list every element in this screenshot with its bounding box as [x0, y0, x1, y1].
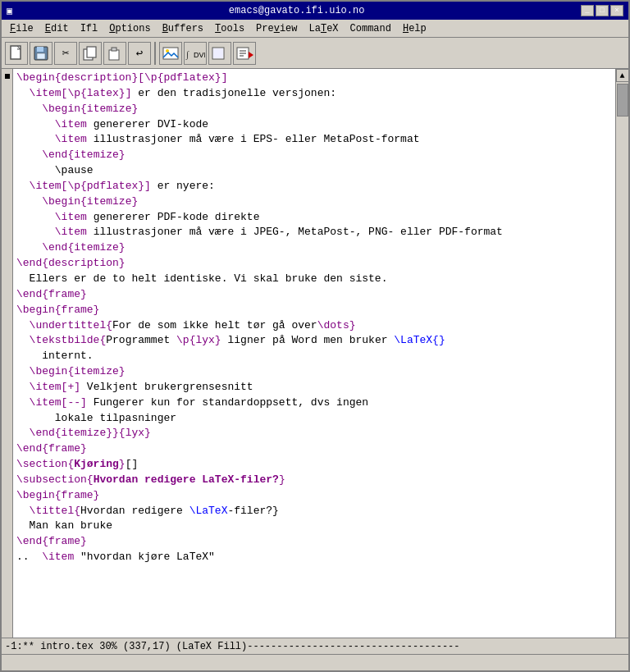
line-21: \begin{frame}: [16, 303, 612, 318]
mini-buffer: [2, 654, 628, 670]
svg-rect-6: [109, 50, 119, 60]
svg-text:∫: ∫: [185, 49, 189, 60]
line-41: Man kan bruke: [16, 519, 612, 534]
image-button[interactable]: [159, 42, 182, 65]
minimize-button[interactable]: _: [581, 5, 594, 16]
line-8: \pause: [16, 163, 612, 179]
title-bar-buttons: _ □ ×: [581, 5, 623, 16]
menu-preview[interactable]: Preview: [251, 21, 302, 35]
menu-tools[interactable]: Tools: [210, 21, 249, 35]
menu-command[interactable]: Command: [345, 21, 396, 35]
line-15: \end{description}: [16, 256, 612, 272]
svg-rect-7: [112, 48, 116, 51]
save-button[interactable]: [30, 42, 52, 65]
line-2: \item[\p{latex}] er den tradisjonelle ve…: [16, 86, 612, 102]
line-45: .. \item "hvordan kjøre LaTeX": [16, 550, 612, 565]
line-24: \tekstbilde{Programmet \p{lyx} ligner på…: [16, 333, 612, 349]
svg-marker-18: [249, 52, 253, 58]
latex-dvi-button[interactable]: ∫DVI: [184, 42, 207, 65]
line-36: \subsection{Hvordan redigere LaTeX-filer…: [16, 473, 612, 488]
title-bar-left: ▣: [7, 5, 12, 17]
svg-rect-13: [213, 48, 223, 58]
line-3: \begin{itemize}: [16, 102, 612, 117]
line-14: \end{itemize}: [16, 240, 612, 256]
scroll-up-button[interactable]: ▲: [616, 69, 629, 82]
editor-content[interactable]: \begin{description}[\p{pdflatex}] \item[…: [13, 69, 615, 638]
line-26: \begin{itemize}: [16, 364, 612, 380]
line-34: \section{Kjøring}[]: [16, 457, 612, 473]
svg-rect-8: [163, 48, 178, 59]
svg-rect-3: [37, 53, 45, 59]
line-13: \item illustrasjoner må være i JPEG-, Me…: [16, 225, 612, 240]
preview-button[interactable]: [208, 42, 231, 65]
svg-rect-2: [37, 47, 43, 52]
status-bar: -1:** intro.tex 30% (337,17) (LaTeX Fill…: [2, 638, 628, 654]
line-29: lokale tilpasninger: [16, 411, 612, 427]
line-5: \item illustrasjoner må være i EPS- elle…: [16, 132, 612, 148]
toolbar: ✂ ↩ ∫DVI: [2, 38, 628, 69]
menu-buffers[interactable]: Buffers: [158, 21, 208, 35]
line-10: \item[\p{pdflatex}] er nyere:: [16, 179, 612, 194]
line-38: \begin{frame}: [16, 488, 612, 504]
copy-button[interactable]: [79, 42, 102, 65]
menu-latex[interactable]: LaTeX: [304, 21, 344, 35]
line-28: \item[--] Fungerer kun for standardoppse…: [16, 395, 612, 411]
cut-button[interactable]: ✂: [54, 42, 77, 65]
toolbar-sep-1: [154, 42, 156, 65]
scroll-thumb[interactable]: [617, 84, 628, 117]
close-button[interactable]: ×: [610, 5, 623, 16]
title-bar: ▣ emacs@gavato.ifi.uio.no _ □ ×: [2, 2, 628, 20]
maximize-button[interactable]: □: [596, 5, 609, 16]
editor-area: \begin{description}[\p{pdflatex}] \item[…: [2, 69, 628, 638]
paste-button[interactable]: [103, 42, 126, 65]
line-12: \item genererer PDF-kode direkte: [16, 210, 612, 226]
menu-ifl[interactable]: Ifl: [75, 21, 103, 35]
compile-button[interactable]: [233, 42, 256, 65]
line-27: \item[+] Velkjent brukergrensesnitt: [16, 380, 612, 395]
cursor-mark: [5, 74, 10, 79]
new-file-button[interactable]: [5, 42, 28, 65]
vertical-scrollbar[interactable]: ▲: [615, 69, 628, 638]
status-text: -1:** intro.tex 30% (337,17) (LaTeX Fill…: [5, 641, 460, 652]
menu-options[interactable]: Options: [104, 21, 155, 35]
line-39: \tittel{Hvordan redigere \LaTeX-filer?}: [16, 504, 612, 519]
line-4: \item genererer DVI-kode: [16, 117, 612, 133]
line-30: \end{itemize}}{lyx}: [16, 426, 612, 441]
line-6: \end{itemize}: [16, 148, 612, 163]
menu-help[interactable]: Help: [398, 21, 431, 35]
menu-bar: File Edit Ifl Options Buffers Tools Prev…: [2, 20, 628, 38]
window-icon: ▣: [7, 5, 12, 17]
svg-text:DVI: DVI: [194, 51, 205, 59]
line-17: Ellers er de to helt identiske. Vi skal …: [16, 272, 612, 287]
window-title: emacs@gavato.ifi.uio.no: [12, 5, 581, 16]
svg-rect-5: [87, 47, 96, 57]
line-25: internt.: [16, 349, 612, 364]
menu-edit[interactable]: Edit: [40, 21, 74, 35]
line-1: \begin{description}[\p{pdflatex}]: [16, 71, 612, 86]
line-18: \end{frame}: [16, 287, 612, 303]
main-window: ▣ emacs@gavato.ifi.uio.no _ □ × File Edi…: [0, 0, 630, 672]
line-42: \end{frame}: [16, 534, 612, 550]
line-22: \undertittel{For de som ikke helt tør gå…: [16, 318, 612, 334]
line-gutter: [2, 69, 13, 638]
undo-button[interactable]: ↩: [128, 42, 151, 65]
menu-file[interactable]: File: [5, 21, 39, 35]
line-11: \begin{itemize}: [16, 194, 612, 210]
line-31: \end{frame}: [16, 441, 612, 457]
